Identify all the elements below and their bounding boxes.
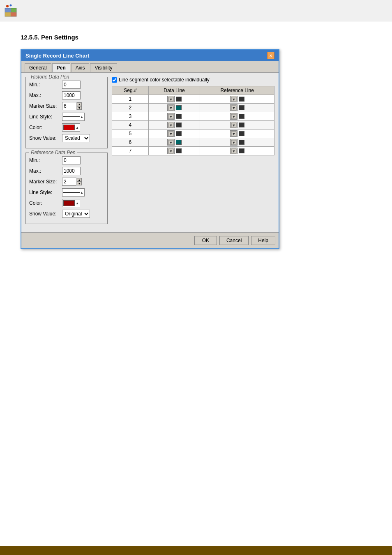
svg-text:▼: ▼ <box>232 149 235 153</box>
tab-axis[interactable]: Axis <box>71 63 90 72</box>
table-row: 4 ▼ <box>112 121 274 130</box>
ok-button[interactable]: OK <box>194 236 217 245</box>
ref-marker-input[interactable] <box>62 178 76 186</box>
ref-line-style-row: Line Style: ▲ <box>29 188 104 197</box>
ref-line-dropdown-7[interactable]: ▼ <box>230 148 238 154</box>
ref-line-cell: ▼ <box>200 138 274 147</box>
line-segment-checkbox[interactable] <box>112 77 117 83</box>
svg-text:▼: ▼ <box>169 141 173 145</box>
col-seg: Seg.# <box>112 86 149 95</box>
table-row: 2 ▼ <box>112 104 274 112</box>
historic-marker-input[interactable] <box>62 102 76 110</box>
historic-max-input[interactable] <box>62 91 81 99</box>
historic-line-style-control[interactable]: ▲ <box>62 113 85 121</box>
data-line-dropdown-5[interactable]: ▼ <box>167 130 175 137</box>
ref-line-dropdown-2[interactable]: ▼ <box>230 104 238 111</box>
ref-line-dropdown-3[interactable]: ▼ <box>230 113 238 120</box>
ref-show-value-label: Show Value: <box>29 211 62 217</box>
ref-show-value-select[interactable]: Scaled Original None <box>62 210 90 218</box>
dialog: Single Record Line Chart × General Pen A… <box>21 49 279 249</box>
svg-point-1 <box>10 4 12 6</box>
ref-min-row: Min.: <box>29 156 104 164</box>
ref-line-combo-1: ▼ <box>203 96 272 102</box>
svg-text:▼: ▼ <box>169 106 173 110</box>
historic-marker-down[interactable]: ▼ <box>77 106 82 110</box>
ref-line-style-control[interactable]: ▲ <box>62 188 85 197</box>
data-line-swatch-4 <box>176 123 182 127</box>
ref-color-control[interactable]: ▲ <box>62 199 80 207</box>
table-row: 7 ▼ <box>112 147 274 155</box>
ref-line-swatch-2 <box>239 105 244 110</box>
ref-marker-up[interactable]: ▲ <box>77 178 82 182</box>
svg-text:▼: ▼ <box>169 97 173 102</box>
historic-min-row: Min.: <box>29 81 104 89</box>
data-line-swatch-6 <box>176 140 182 145</box>
svg-text:▼: ▼ <box>232 115 235 119</box>
seg-num: 6 <box>112 138 149 147</box>
col-data-line: Data Line <box>148 86 200 95</box>
dialog-body: Historic Data Pen Min.: Max.: Marker Siz… <box>21 73 279 232</box>
data-line-swatch-3 <box>176 114 182 119</box>
data-line-cell: ▼ <box>148 95 200 104</box>
svg-text:▼: ▼ <box>232 123 235 127</box>
ref-min-input[interactable] <box>62 156 81 164</box>
seg-num: 7 <box>112 147 149 155</box>
cancel-button[interactable]: Cancel <box>219 236 249 245</box>
ref-max-input[interactable] <box>62 167 81 175</box>
dialog-titlebar: Single Record Line Chart × <box>21 50 279 61</box>
tab-visibility[interactable]: Visibility <box>90 63 117 72</box>
historic-max-label: Max.: <box>29 92 62 98</box>
data-line-dropdown-1[interactable]: ▼ <box>167 96 175 102</box>
ref-marker-label: Marker Size: <box>29 179 62 185</box>
svg-text:▼: ▼ <box>232 141 235 145</box>
ref-line-dropdown-4[interactable]: ▼ <box>230 122 238 128</box>
tab-general[interactable]: General <box>25 63 51 72</box>
historic-min-input[interactable] <box>62 81 81 89</box>
historic-show-value-row: Show Value: Scaled Original None <box>29 134 104 142</box>
seg-num: 2 <box>112 104 149 112</box>
data-line-combo-2: ▼ <box>151 104 198 111</box>
ref-marker-down[interactable]: ▼ <box>77 182 82 185</box>
historic-marker-spinner-btns: ▲ ▼ <box>77 102 82 110</box>
historic-color-control[interactable]: ▲ <box>62 123 80 132</box>
ref-marker-spinner-btns: ▲ ▼ <box>77 178 82 185</box>
ref-line-dropdown-5[interactable]: ▼ <box>230 130 238 137</box>
reference-pen-group: Reference Data Pen Min.: Max.: Marker Si… <box>25 153 108 224</box>
dialog-footer: OK Cancel Help <box>21 232 279 248</box>
ref-line-dropdown-6[interactable]: ▼ <box>230 139 238 146</box>
data-line-dropdown-4[interactable]: ▼ <box>167 122 175 128</box>
help-button[interactable]: Help <box>251 236 275 245</box>
tab-pen[interactable]: Pen <box>52 63 70 72</box>
ref-line-cell: ▼ <box>200 104 274 112</box>
svg-text:▼: ▼ <box>169 132 173 136</box>
segment-table: Seg.# Data Line Reference Line 1 ▼ <box>112 86 274 155</box>
ref-line-dropdown-1[interactable]: ▼ <box>230 96 238 102</box>
ref-min-label: Min.: <box>29 157 62 163</box>
table-row: 5 ▼ <box>112 130 274 138</box>
svg-text:▼: ▼ <box>169 123 173 127</box>
ref-color-swatch <box>63 200 75 206</box>
data-line-dropdown-6[interactable]: ▼ <box>167 139 175 146</box>
historic-color-swatch <box>63 125 75 130</box>
ref-line-swatch-4 <box>239 123 244 127</box>
data-line-dropdown-2[interactable]: ▼ <box>167 104 175 111</box>
historic-show-value-label: Show Value: <box>29 135 62 141</box>
data-line-dropdown-3[interactable]: ▼ <box>167 113 175 120</box>
ref-line-cell: ▼ <box>200 147 274 155</box>
dialog-close-button[interactable]: × <box>267 52 274 59</box>
historic-show-value-select[interactable]: Scaled Original None <box>62 134 90 142</box>
ref-line-swatch-7 <box>239 148 244 153</box>
historic-color-arrow: ▲ <box>76 126 79 130</box>
historic-color-row: Color: ▲ <box>29 123 104 132</box>
svg-rect-4 <box>11 8 16 12</box>
data-line-cell: ▼ <box>148 138 200 147</box>
historic-max-row: Max.: <box>29 91 104 99</box>
data-line-cell: ▼ <box>148 147 200 155</box>
data-line-dropdown-7[interactable]: ▼ <box>167 148 175 154</box>
svg-text:▼: ▼ <box>169 149 173 153</box>
ref-line-cell: ▼ <box>200 112 274 121</box>
historic-line-style-row: Line Style: ▲ <box>29 113 104 121</box>
seg-num: 1 <box>112 95 149 104</box>
historic-marker-up[interactable]: ▲ <box>77 102 82 106</box>
data-line-swatch-7 <box>176 148 182 153</box>
